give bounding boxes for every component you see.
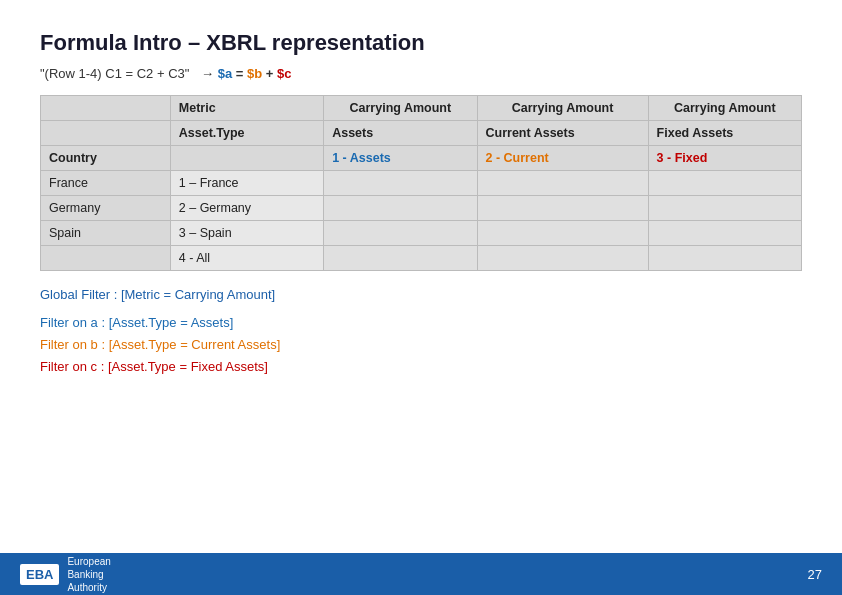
h1-col3: Carrying Amount xyxy=(324,96,477,121)
label-country: Country xyxy=(41,146,171,171)
row-all-col3 xyxy=(324,246,477,271)
subtitle-row: "(Row 1-4) C1 = C2 + C3" → $a = $b + $c xyxy=(40,66,802,81)
footer: EBA European Banking Authority 27 xyxy=(0,553,842,595)
row-france-country: France xyxy=(41,171,171,196)
main-table: Metric Carrying Amount Carrying Amount C… xyxy=(40,95,802,271)
row-label: "(Row 1-4) C1 = C2 + C3" xyxy=(40,66,189,81)
logo-line3: Authority xyxy=(67,581,110,594)
row-germany-country: Germany xyxy=(41,196,171,221)
data-table-wrap: Metric Carrying Amount Carrying Amount C… xyxy=(40,95,802,271)
logo-line2: Banking xyxy=(67,568,110,581)
h2-col4: Current Assets xyxy=(477,121,648,146)
equals: = xyxy=(236,66,244,81)
page-number: 27 xyxy=(808,567,822,582)
table-row: Germany 2 – Germany xyxy=(41,196,802,221)
arrow: → xyxy=(201,66,214,81)
logo-box: EBA xyxy=(20,564,59,585)
label-col2 xyxy=(170,146,323,171)
row-all-metric: 4 - All xyxy=(170,246,323,271)
plus: + xyxy=(266,66,274,81)
formula-c: $c xyxy=(277,66,291,81)
row-spain-col4 xyxy=(477,221,648,246)
row-germany-metric: 2 – Germany xyxy=(170,196,323,221)
row-all-country xyxy=(41,246,171,271)
h2-col2: Asset.Type xyxy=(170,121,323,146)
row-germany-col3 xyxy=(324,196,477,221)
row-spain-metric: 3 – Spain xyxy=(170,221,323,246)
h2-col5: Fixed Assets xyxy=(648,121,801,146)
label-col3: 1 - Assets xyxy=(324,146,477,171)
filter-c-text: Filter on c : [Asset.Type = Fixed Assets… xyxy=(40,356,802,378)
filter-b-text: Filter on b : [Asset.Type = Current Asse… xyxy=(40,334,802,356)
h1-col4: Carrying Amount xyxy=(477,96,648,121)
row-france-col3 xyxy=(324,171,477,196)
h2-col3: Assets xyxy=(324,121,477,146)
table-row: 4 - All xyxy=(41,246,802,271)
row-france-col4 xyxy=(477,171,648,196)
row-all-col5 xyxy=(648,246,801,271)
h2-col1 xyxy=(41,121,171,146)
table-row: France 1 – France xyxy=(41,171,802,196)
row-germany-col4 xyxy=(477,196,648,221)
row-spain-col5 xyxy=(648,221,801,246)
label-col4: 2 - Current xyxy=(477,146,648,171)
global-filter-text: Global Filter : [Metric = Carrying Amoun… xyxy=(40,287,802,302)
row-france-metric: 1 – France xyxy=(170,171,323,196)
logo-line1: European xyxy=(67,555,110,568)
row-germany-col5 xyxy=(648,196,801,221)
row-france-col5 xyxy=(648,171,801,196)
slide: Formula Intro – XBRL representation "(Ro… xyxy=(0,0,842,595)
h1-col2: Metric xyxy=(170,96,323,121)
table-label-row: Country 1 - Assets 2 - Current 3 - Fixed xyxy=(41,146,802,171)
row-spain-country: Spain xyxy=(41,221,171,246)
formula-b: $b xyxy=(247,66,262,81)
h1-col1 xyxy=(41,96,171,121)
filter-a-text: Filter on a : [Asset.Type = Assets] xyxy=(40,312,802,334)
table-header-row-2: Asset.Type Assets Current Assets Fixed A… xyxy=(41,121,802,146)
table-header-row-1: Metric Carrying Amount Carrying Amount C… xyxy=(41,96,802,121)
logo-subtext: European Banking Authority xyxy=(67,555,110,594)
page-title: Formula Intro – XBRL representation xyxy=(40,30,802,56)
row-all-col4 xyxy=(477,246,648,271)
formula-a: $a xyxy=(218,66,232,81)
row-spain-col3 xyxy=(324,221,477,246)
filter-lines: Filter on a : [Asset.Type = Assets] Filt… xyxy=(40,312,802,378)
table-row: Spain 3 – Spain xyxy=(41,221,802,246)
h1-col5: Carrying Amount xyxy=(648,96,801,121)
label-col5: 3 - Fixed xyxy=(648,146,801,171)
footer-logo: EBA European Banking Authority xyxy=(20,555,111,594)
